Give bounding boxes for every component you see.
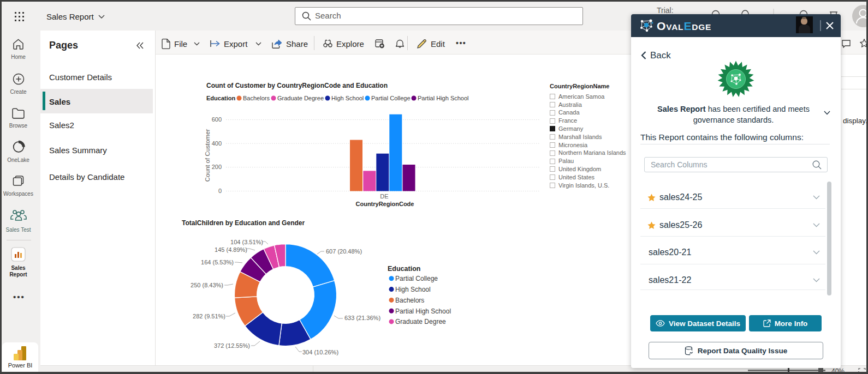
svg-text:Partial High School: Partial High School xyxy=(395,307,451,315)
svg-text:Partial High School: Partial High School xyxy=(418,95,469,101)
svg-text:Education: Education xyxy=(388,265,420,273)
svg-text:600: 600 xyxy=(212,116,222,123)
svg-text:250 (8.43%): 250 (8.43%) xyxy=(191,282,223,288)
svg-text:Education: Education xyxy=(206,95,235,101)
svg-text:Bachelors: Bachelors xyxy=(395,297,424,304)
svg-text:Count of Customer by CountryRe: Count of Customer by CountryRegionCode a… xyxy=(206,82,388,89)
svg-text:633 (21.36%): 633 (21.36%) xyxy=(344,315,381,321)
svg-text:Bachelors: Bachelors xyxy=(243,95,270,101)
svg-text:607 (20.48%): 607 (20.48%) xyxy=(326,248,362,255)
svg-text:145 (4.89%): 145 (4.89%) xyxy=(215,246,247,253)
svg-text:Count of Customer: Count of Customer xyxy=(204,129,211,182)
svg-text:Graduate Degree: Graduate Degree xyxy=(395,318,446,325)
svg-text:Partial College: Partial College xyxy=(371,95,411,101)
svg-text:104 (3.51%): 104 (3.51%) xyxy=(230,239,263,245)
svg-text:304 (10.26%): 304 (10.26%) xyxy=(302,349,338,355)
svg-text:164 (5.53%): 164 (5.53%) xyxy=(201,259,234,266)
svg-text:0: 0 xyxy=(218,188,222,194)
svg-text:TotalChildren by Education and: TotalChildren by Education and Gender xyxy=(182,219,305,227)
svg-text:DE: DE xyxy=(380,193,388,200)
svg-text:372 (12.55%): 372 (12.55%) xyxy=(214,342,250,349)
svg-text:High School: High School xyxy=(395,286,431,293)
svg-text:Graduate Degree: Graduate Degree xyxy=(277,95,324,101)
svg-text:Partial College: Partial College xyxy=(395,275,438,282)
svg-text:High School: High School xyxy=(331,95,364,101)
svg-text:282 (9.51%): 282 (9.51%) xyxy=(193,313,225,319)
svg-text:400: 400 xyxy=(212,140,222,147)
svg-text:200: 200 xyxy=(212,164,222,170)
svg-text:CountryRegionCode: CountryRegionCode xyxy=(356,201,414,207)
